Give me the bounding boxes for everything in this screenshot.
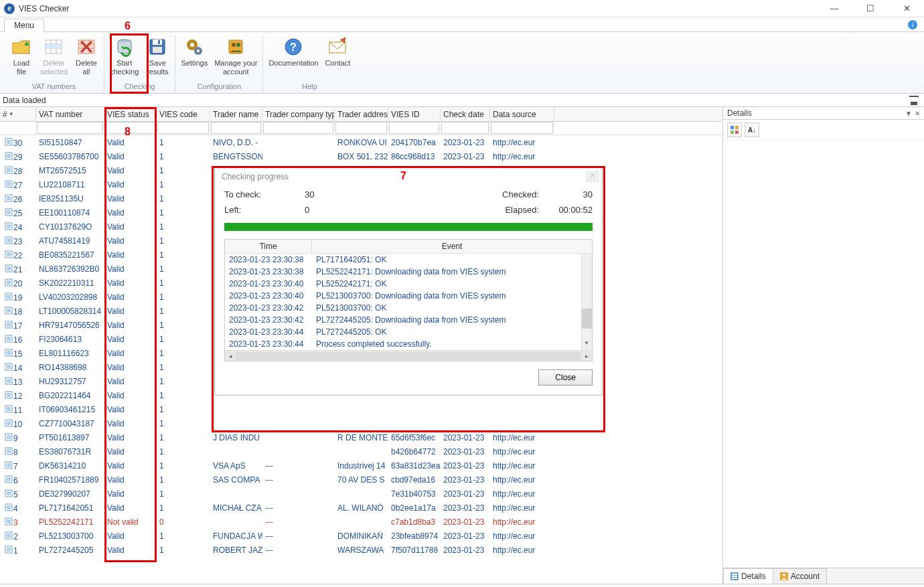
table-row[interactable]: 3PL5252242171Not valid0---c7ab1d8ba32023… bbox=[0, 515, 722, 529]
details-panel: Details ▼ ✕ A↓ Details Account bbox=[723, 107, 924, 584]
ribbon-group-configuration: SettingsManage youraccountConfiguration bbox=[175, 35, 263, 93]
row-icon bbox=[4, 517, 13, 526]
filter-input-6[interactable] bbox=[335, 122, 387, 134]
table-row[interactable]: 6FR10402571889Valid1SAS COMPA---70 AV DE… bbox=[0, 473, 722, 487]
minimize-button[interactable]: — bbox=[821, 3, 848, 13]
svg-point-19 bbox=[197, 50, 200, 52]
settings-button[interactable]: Settings bbox=[178, 35, 210, 81]
titlebar: e VIES Checker — ☐ ✕ bbox=[0, 0, 924, 17]
table-row[interactable]: 7DK56314210Valid1VSA ApS---Industrivej 1… bbox=[0, 458, 722, 473]
dialog-close-icon[interactable]: ✕ bbox=[586, 171, 599, 183]
log-row: 2023-01-23 23:30:40PL5252242171: OK bbox=[225, 278, 592, 290]
delete-selected-icon bbox=[43, 36, 64, 58]
alphabetical-view-button[interactable]: A↓ bbox=[745, 122, 759, 137]
table-row[interactable]: 29SE55603786700Valid1BENGTSSONBOX 501, 2… bbox=[0, 149, 722, 163]
svg-rect-146 bbox=[730, 126, 734, 129]
log-body[interactable]: 2023-01-23 23:30:38PL7171642051: OK2023-… bbox=[225, 254, 592, 350]
progress-bar bbox=[224, 223, 593, 231]
delete-selected-button: Deleteselected bbox=[37, 35, 70, 81]
statusbar: Number of records: 30 bbox=[0, 584, 924, 587]
menu-tab[interactable]: Menu bbox=[4, 19, 44, 32]
start-checking-button[interactable]: Startchecking bbox=[107, 35, 141, 81]
filter-input-8[interactable] bbox=[441, 122, 489, 134]
row-icon bbox=[4, 503, 13, 512]
filter-input-7[interactable] bbox=[389, 122, 439, 134]
row-icon bbox=[4, 531, 13, 540]
checked-value: 30 bbox=[539, 189, 593, 199]
elapsed-value: 00:00:52 bbox=[539, 205, 593, 215]
log-vscrollbar[interactable]: ▾ bbox=[581, 254, 592, 350]
checking-progress-dialog: Checking progress ✕ To check: 30 Checked… bbox=[214, 167, 603, 396]
table-row[interactable]: 2PL5213003700Valid1FUNDACJA W---DOMINIKA… bbox=[0, 529, 722, 543]
categorized-view-button[interactable] bbox=[727, 122, 742, 137]
options-icon[interactable] bbox=[909, 96, 919, 105]
grid-filter-row bbox=[0, 122, 722, 135]
row-icon bbox=[4, 222, 13, 231]
filter-input-9[interactable] bbox=[491, 122, 553, 134]
panel-close-icon[interactable]: ✕ bbox=[915, 110, 920, 117]
col-header--[interactable]: #▼ bbox=[0, 107, 36, 121]
contact-icon bbox=[327, 36, 348, 58]
left-label: Left: bbox=[224, 205, 305, 215]
col-header-trader-company-type[interactable]: Trader company type bbox=[262, 107, 335, 121]
tab-account[interactable]: Account bbox=[773, 568, 827, 584]
col-header-trader-name[interactable]: Trader name bbox=[210, 107, 262, 121]
filter-input-3[interactable] bbox=[157, 122, 209, 134]
manage-account-button[interactable]: Manage youraccount bbox=[212, 35, 260, 81]
svg-point-22 bbox=[236, 43, 240, 47]
table-row[interactable]: 9PT501613897Valid1J DIAS INDUR DE MONTE6… bbox=[0, 430, 722, 444]
tab-details[interactable]: Details bbox=[723, 568, 773, 584]
table-row[interactable]: 10CZ7710043187Valid1 bbox=[0, 416, 722, 430]
filter-input-5[interactable] bbox=[263, 122, 333, 134]
panel-dropdown-icon[interactable]: ▼ bbox=[905, 110, 912, 117]
col-header-vies-status[interactable]: VIES status bbox=[104, 107, 157, 121]
col-header-vies-code[interactable]: VIES code bbox=[157, 107, 210, 121]
row-icon bbox=[4, 207, 13, 217]
details-body bbox=[723, 141, 924, 568]
row-icon bbox=[4, 376, 13, 386]
svg-text:?: ? bbox=[290, 41, 297, 53]
row-icon bbox=[4, 475, 13, 484]
data-loaded-label: Data loaded bbox=[3, 96, 46, 105]
log-header-event[interactable]: Event bbox=[312, 240, 592, 253]
table-row[interactable]: 1PL7272445205Valid1ROBERT JAZ---WARSZAWA… bbox=[0, 543, 722, 557]
documentation-button[interactable]: ?Documentation bbox=[266, 35, 321, 81]
contact-button[interactable]: Contact bbox=[322, 35, 353, 81]
row-icon bbox=[4, 165, 13, 175]
col-header-vies-id[interactable]: VIES ID bbox=[388, 107, 441, 121]
window-buttons: — ☐ ✕ bbox=[821, 3, 920, 13]
save-results-button[interactable]: Saveresults bbox=[143, 35, 172, 81]
row-icon bbox=[4, 264, 13, 273]
table-row[interactable]: 30SI51510847Valid1NIVO, D.D. -RONKOVA UI… bbox=[0, 135, 722, 149]
delete-all-button[interactable]: Deleteall bbox=[72, 35, 101, 81]
ribbon-group-checking: StartcheckingSaveresultsChecking bbox=[104, 35, 175, 93]
dialog-close-button[interactable]: Close bbox=[538, 369, 593, 386]
window-title: VIES Checker bbox=[19, 4, 821, 13]
col-header-data-source[interactable]: Data source bbox=[490, 107, 554, 121]
col-header-check-date[interactable]: Check date bbox=[441, 107, 490, 121]
log-hscrollbar[interactable]: ◂▸ bbox=[225, 350, 592, 361]
filter-input-1[interactable] bbox=[37, 122, 103, 134]
svg-rect-151 bbox=[732, 574, 737, 575]
svg-rect-13 bbox=[153, 39, 162, 45]
tocheck-label: To check: bbox=[224, 189, 305, 199]
table-row[interactable]: 4PL7171642051Valid1MICHAŁ CZA---AL. WILA… bbox=[0, 501, 722, 515]
load-file-button[interactable]: Loadfile bbox=[7, 35, 36, 81]
close-button[interactable]: ✕ bbox=[893, 3, 920, 13]
sort-indicator-icon: ▼ bbox=[9, 111, 14, 117]
log-row: 2023-01-23 23:30:42PL5213003700: OK bbox=[225, 302, 592, 314]
svg-rect-149 bbox=[735, 131, 739, 134]
col-header-trader-address[interactable]: Trader address bbox=[335, 107, 388, 121]
ribbon-group-vat-numbers: LoadfileDeleteselectedDeleteallVAT numbe… bbox=[4, 35, 104, 93]
row-icon bbox=[4, 460, 13, 470]
help-info-icon[interactable]: i bbox=[908, 20, 917, 29]
table-row[interactable]: 8ES38076731RValid1b426b647722023-01-23ht… bbox=[0, 444, 722, 458]
table-row[interactable]: 11IT06903461215Valid1 bbox=[0, 402, 722, 416]
manage-account-icon bbox=[225, 36, 246, 58]
filter-input-4[interactable] bbox=[211, 122, 261, 134]
table-row[interactable]: 5DE327990207Valid17e31b407532023-01-23ht… bbox=[0, 487, 722, 501]
log-header-time[interactable]: Time bbox=[225, 240, 312, 253]
maximize-button[interactable]: ☐ bbox=[857, 3, 884, 13]
col-header-vat-number[interactable]: VAT number bbox=[36, 107, 104, 121]
load-file-icon bbox=[11, 36, 32, 58]
